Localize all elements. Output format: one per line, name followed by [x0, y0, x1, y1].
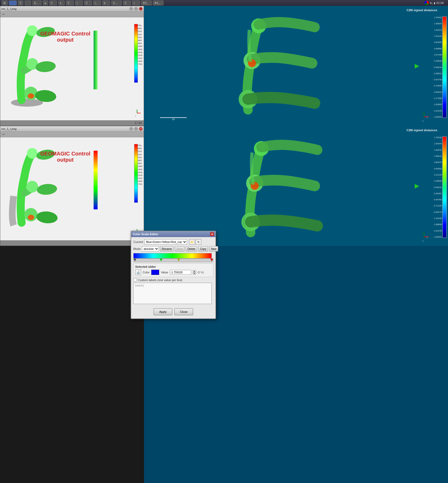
color-label: Color: [143, 271, 150, 274]
viewer-bl-titlebar: cvr_1_l.png ─ □ ✕: [0, 126, 144, 131]
svg-text:z: z: [135, 115, 136, 117]
svg-point-23: [36, 183, 57, 195]
slider-yellow[interactable]: [177, 259, 180, 261]
svg-point-25: [36, 211, 58, 224]
close-button[interactable]: ✕: [139, 7, 143, 11]
svg-point-22: [26, 181, 38, 193]
custom-labels-checkbox-label: Custom labels (one value per line): [133, 278, 213, 282]
taskbar-item-13[interactable]: C...: [111, 1, 122, 5]
taskbar-item-ie[interactable]: iE: [2, 1, 8, 5]
taskbar-item-6[interactable]: C: [49, 1, 57, 5]
load-icon-button[interactable]: 📁: [189, 239, 195, 245]
value-down-button[interactable]: ▼: [193, 273, 196, 275]
svg-rect-27: [94, 151, 98, 209]
viewport-br-title: C2M signed distances: [406, 129, 437, 132]
taskbar-item-1[interactable]: [9, 1, 17, 5]
slider-controls: 🔬 Color Value ▲ ▼ (0 %): [135, 269, 211, 275]
dialog-titlebar: Color Scale Editor ✕: [131, 231, 215, 237]
taskbar-item-5[interactable]: a: [43, 1, 48, 5]
taskbar-item-14[interactable]: C: [123, 1, 131, 5]
bottom-left-area: [0, 246, 144, 483]
taskbar-item-17[interactable]: A*[...: [153, 1, 163, 5]
close-button-bl[interactable]: ✕: [139, 127, 143, 131]
mode-row: Mode absolute Rename Save Delete Copy Ne…: [133, 246, 213, 252]
slider-red[interactable]: [210, 259, 213, 261]
svg-point-20: [27, 148, 38, 159]
maximize-button-bl[interactable]: □: [134, 127, 138, 131]
back-button-bl[interactable]: ↩: [1, 133, 6, 136]
taskbar-item-3[interactable]: [25, 1, 31, 5]
current-row: Current Blue>Green>Yellow>Red_copy 📁 ✎: [133, 239, 213, 245]
new-button[interactable]: New: [209, 246, 218, 252]
color-bar[interactable]: [133, 253, 212, 258]
axis-indicator-tr: z x: [419, 111, 429, 123]
color-scale-br: 1.759100 1.534444 1.309787 1.085131 0.86…: [433, 137, 447, 238]
color-scale-tr: 1.704913 1.483644 1.262374 1.041104 0.81…: [433, 17, 447, 118]
slider-blue[interactable]: [134, 259, 136, 261]
mode-label: Mode: [133, 247, 141, 250]
maximize-button[interactable]: □: [134, 7, 138, 11]
edit-icon-button[interactable]: ✎: [195, 239, 201, 245]
value-label: Value: [161, 271, 168, 274]
color-swatch[interactable]: [151, 270, 159, 275]
delete-button[interactable]: Delete: [186, 246, 197, 252]
close-button-footer[interactable]: Close: [174, 308, 193, 315]
taskbar-item-12[interactable]: b: [102, 1, 110, 5]
viewer-tl-titlebar: cvr_1_l.png ─ □ ✕: [0, 6, 144, 11]
viewport-bottom-right: 1.759100 1.534444 1.309787 1.085131 0.86…: [144, 126, 448, 246]
rename-button[interactable]: Rename: [160, 246, 174, 252]
apply-button[interactable]: Apply: [154, 308, 172, 315]
minimize-button-bl[interactable]: ─: [129, 127, 133, 131]
viewer-bl-title: cvr_1_l.png: [1, 127, 17, 130]
value-up-button[interactable]: ▲: [193, 270, 196, 272]
eyedropper-button[interactable]: 🔬: [135, 269, 141, 275]
svg-text:x: x: [427, 236, 428, 238]
taskbar-item-2[interactable]: C: [18, 1, 23, 5]
taskbar: iE C E... a C s C r C i... b C... C r A*…: [0, 0, 448, 6]
custom-labels-checkbox[interactable]: [133, 278, 137, 282]
model-3d-br: [155, 129, 395, 241]
taskbar-item-11[interactable]: i...: [93, 1, 101, 5]
dialog-body: Current Blue>Green>Yellow>Red_copy 📁 ✎ M…: [131, 237, 215, 318]
viewer-tl-content: GEOMAGIC Control output: [0, 17, 144, 120]
scale-values-br: 1.759100 1.534444 1.309787 1.085131 0.86…: [433, 137, 442, 238]
svg-point-7: [28, 93, 34, 99]
color-scale-editor-dialog: Color Scale Editor ✕ Current Blue>Green>…: [131, 231, 216, 319]
color-bar-container: [133, 253, 213, 262]
scale-ruler-tr: 10: [160, 117, 187, 121]
value-input[interactable]: [170, 270, 191, 275]
slider-green[interactable]: [160, 259, 162, 261]
dialog-close-icon[interactable]: ✕: [210, 232, 214, 236]
mode-select[interactable]: absolute: [142, 246, 159, 252]
dialog-footer: Apply Close: [133, 306, 213, 316]
page-indicator: 1 / 10: [135, 122, 142, 125]
back-button[interactable]: ↩: [1, 13, 6, 16]
scale-gradient-tl: [134, 24, 138, 83]
taskbar-item-15[interactable]: r: [132, 1, 140, 5]
taskbar-item-7[interactable]: s: [58, 1, 65, 5]
taskbar-item-16[interactable]: A*[...: [141, 1, 152, 5]
taskbar-item-8[interactable]: C: [66, 1, 74, 5]
scale-gradient-br: [442, 137, 447, 238]
copy-button[interactable]: Copy: [198, 246, 208, 252]
chrome-icon[interactable]: [425, 1, 429, 5]
geomagic-title-tl: GEOMAGIC Control output: [40, 31, 90, 43]
taskbar-item-10[interactable]: C: [84, 1, 92, 5]
slider-track: [133, 258, 213, 262]
svg-text:x: x: [427, 116, 428, 118]
custom-labels-section: Custom labels (one value per line): [133, 278, 213, 305]
taskbar-item-9[interactable]: r: [75, 1, 83, 5]
viewport-top-right: 1.704913 1.483644 1.262374 1.041104 0.81…: [144, 6, 448, 126]
taskbar-item-4[interactable]: E...: [32, 1, 42, 5]
right-arrow-indicator-tr: ▶: [415, 62, 419, 69]
save-button[interactable]: Save: [175, 246, 185, 252]
viewer-tl-title: cvr_1_l.png: [1, 7, 17, 10]
current-select[interactable]: Blue>Green>Yellow>Red_copy: [144, 239, 187, 245]
percent-label: (0 %): [198, 271, 204, 274]
svg-point-26: [28, 215, 34, 220]
svg-text:z: z: [422, 240, 423, 242]
scale-gradient-bl: [134, 144, 138, 203]
geomagic-title-bl: GEOMAGIC Control output: [40, 151, 90, 163]
minimize-button[interactable]: ─: [129, 7, 133, 11]
custom-labels-textarea[interactable]: [133, 283, 212, 304]
